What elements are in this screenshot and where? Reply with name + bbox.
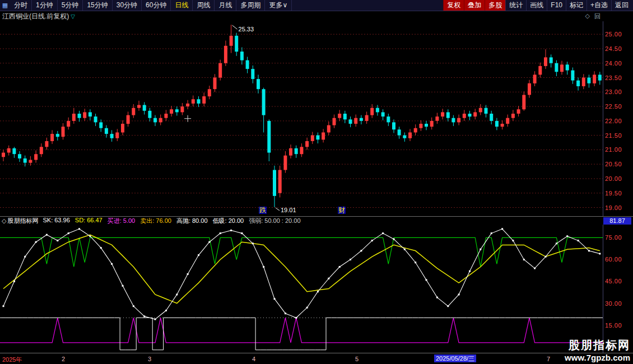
toolbar-button[interactable]: 复权 bbox=[443, 0, 464, 11]
price-axis-label: 24.50 bbox=[605, 45, 622, 52]
top-toolbar: ▦ 分时1分钟5分钟15分钟30分钟60分钟日线周线月线多周期更多∨ 复权叠加多… bbox=[0, 0, 633, 11]
toolbar-button[interactable]: +自选 bbox=[587, 0, 611, 11]
low-price-annotation: 19.01 bbox=[281, 207, 296, 213]
price-axis-label: 25.00 bbox=[605, 31, 622, 38]
stock-title: 江西铜业(日线.前复权) bbox=[2, 12, 69, 21]
indicator-axis-label: 60.00 bbox=[605, 256, 622, 263]
candles bbox=[2, 25, 602, 207]
indicator-axis-label: 30.00 bbox=[605, 300, 622, 307]
timeframe-tab[interactable]: 更多∨ bbox=[265, 0, 292, 11]
toolbar-button[interactable]: 返回 bbox=[611, 0, 632, 11]
site-watermark: 股朋指标网 www.7gpzb.com bbox=[565, 338, 630, 362]
date-highlight: 2025/05/28/三 bbox=[434, 354, 476, 362]
indicator-param: SD: 66.47 bbox=[75, 217, 103, 225]
toolbar-actions: 复权叠加多股统计画线F10标记+自选返回 bbox=[443, 0, 633, 11]
date-tick: 7 bbox=[547, 356, 550, 362]
price-axis-label: 22.50 bbox=[605, 103, 622, 110]
indicator-param: 低吸: 20.00 bbox=[213, 217, 244, 225]
watermark-line2: www.7gpzb.com bbox=[565, 353, 630, 362]
timeframe-tab[interactable]: 30分钟 bbox=[113, 0, 142, 11]
indicator-param: 强弱: 50.00 : 20.00 bbox=[249, 217, 300, 225]
date-axis: 2025年23452025/05/28/三7 bbox=[0, 353, 633, 364]
indicator-param: 买进: 5.00 bbox=[108, 217, 136, 225]
date-tick: 2025年 bbox=[2, 356, 22, 364]
high-price-annotation: 25.33 bbox=[239, 26, 254, 32]
app-menu-icon[interactable]: ▦ bbox=[0, 2, 10, 9]
indicator-param: SK: 63.96 bbox=[43, 217, 69, 225]
date-tick: 3 bbox=[148, 356, 151, 362]
price-axis-label: 20.50 bbox=[605, 161, 622, 167]
indicator-axis-label: 15.00 bbox=[605, 322, 622, 329]
chart-titlebar: 江西铜业(日线.前复权) ▽ ◇ 回 bbox=[0, 11, 633, 21]
timeframe-tabs: 分时1分钟5分钟15分钟30分钟60分钟日线周线月线多周期更多∨ bbox=[10, 0, 292, 11]
timeframe-tab[interactable]: 周线 bbox=[193, 0, 215, 11]
title-dropdown-icon[interactable]: ▽ bbox=[71, 13, 75, 20]
toolbar-button[interactable]: 画线 bbox=[526, 0, 547, 11]
date-tick: 4 bbox=[252, 356, 255, 362]
indicator-param: 高抛: 80.00 bbox=[176, 217, 208, 225]
chart-signal-label: 财 bbox=[338, 207, 346, 214]
window-icon[interactable]: 回 bbox=[594, 12, 601, 21]
indicator-collapse-icon[interactable]: ◇ bbox=[2, 217, 6, 225]
indicator-value-box: 81.87 bbox=[603, 217, 631, 225]
toolbar-button[interactable]: 多股 bbox=[485, 0, 505, 11]
diamond-icon[interactable]: ◇ bbox=[585, 12, 590, 21]
indicator-chart[interactable] bbox=[0, 225, 603, 353]
timeframe-tab[interactable]: 多周期 bbox=[236, 0, 265, 11]
timeframe-tab[interactable]: 分时 bbox=[10, 0, 32, 11]
price-axis-label: 24.00 bbox=[605, 60, 622, 67]
price-axis-label: 22.00 bbox=[605, 118, 622, 124]
toolbar-button[interactable]: 叠加 bbox=[464, 0, 485, 11]
main-price-axis: 25.0024.5024.0023.5023.0022.5022.0021.50… bbox=[603, 21, 633, 216]
indicator-params: SK: 63.96SD: 66.47买进: 5.00卖出: 76.00高抛: 8… bbox=[43, 217, 305, 225]
indicator-axis-label: 45.00 bbox=[605, 278, 622, 284]
price-axis-label: 23.50 bbox=[605, 74, 622, 81]
indicator-axis-label: 75.00 bbox=[605, 234, 622, 241]
price-axis-label: 21.00 bbox=[605, 146, 622, 153]
date-tick: 2 bbox=[62, 356, 65, 362]
timeframe-tab[interactable]: 月线 bbox=[215, 0, 236, 11]
toolbar-button[interactable]: 统计 bbox=[505, 0, 526, 11]
timeframe-tab[interactable]: 5分钟 bbox=[58, 0, 83, 11]
price-axis-label: 19.50 bbox=[605, 190, 622, 197]
timeframe-tab[interactable]: 15分钟 bbox=[83, 0, 112, 11]
price-axis-label: 23.00 bbox=[605, 88, 622, 95]
indicator-title: 股朋指标网 bbox=[7, 217, 38, 225]
watermark-line1: 股朋指标网 bbox=[565, 338, 630, 353]
timeframe-tab[interactable]: 1分钟 bbox=[32, 0, 58, 11]
toolbar-button[interactable]: 标记 bbox=[566, 0, 587, 11]
chart-signal-label: 跌 bbox=[259, 207, 267, 214]
indicator-param: 卖出: 76.00 bbox=[140, 217, 171, 225]
date-tick: 5 bbox=[355, 356, 359, 362]
price-axis-label: 20.00 bbox=[605, 175, 622, 182]
price-axis-label: 21.50 bbox=[605, 132, 622, 139]
stock-app-window: ▦ 分时1分钟5分钟15分钟30分钟60分钟日线周线月线多周期更多∨ 复权叠加多… bbox=[0, 0, 633, 364]
indicator-axis: 75.0060.0045.0030.0015.00 bbox=[603, 225, 633, 353]
main-candlestick-chart[interactable]: 25.3319.01 bbox=[0, 21, 603, 216]
toolbar-button[interactable]: F10 bbox=[547, 0, 566, 11]
price-axis-label: 19.00 bbox=[605, 204, 622, 211]
timeframe-tab[interactable]: 60分钟 bbox=[142, 0, 171, 11]
indicator-header: ◇ 股朋指标网 SK: 63.96SD: 66.47买进: 5.00卖出: 76… bbox=[0, 216, 633, 225]
timeframe-tab[interactable]: 日线 bbox=[171, 0, 193, 11]
